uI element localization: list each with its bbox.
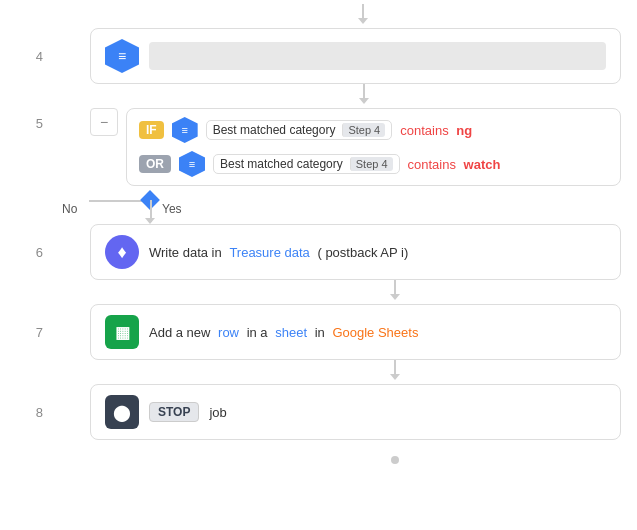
no-label: No bbox=[62, 202, 77, 216]
step6-text-before: Write data in bbox=[149, 245, 222, 260]
step7-text2: in a bbox=[247, 325, 268, 340]
step7-link3[interactable]: Google Sheets bbox=[332, 325, 418, 340]
cond1-step-tag: Step 4 bbox=[342, 123, 385, 137]
step4-number: 4 bbox=[0, 49, 55, 64]
arrow-head bbox=[359, 98, 369, 104]
step6-content: ♦ Write data in Treasure data ( postback… bbox=[90, 224, 637, 280]
step4-gray-bar bbox=[149, 42, 606, 70]
flow-wrapper: 4 ≡ 5 bbox=[0, 4, 637, 464]
step6-box[interactable]: ♦ Write data in Treasure data ( postback… bbox=[90, 224, 621, 280]
step5-num-label: 5 bbox=[36, 116, 43, 131]
step8-content: ⬤ STOP job bbox=[90, 384, 637, 440]
condition-if-row: IF ≡ Best matched category Step 4 contai… bbox=[139, 117, 608, 143]
cond2-contains-word: contains bbox=[408, 157, 456, 172]
yes-no-branch: Yes No bbox=[88, 186, 637, 222]
cond2-step-tag: Step 4 bbox=[350, 157, 393, 171]
step4-row: 4 ≡ bbox=[0, 28, 637, 84]
arrow-7-8 bbox=[152, 360, 637, 382]
cond2-icon: ≡ bbox=[179, 151, 205, 177]
top-arrow-4 bbox=[88, 4, 637, 26]
cond2-icon-sym: ≡ bbox=[189, 158, 195, 170]
step8-row: 8 ⬤ STOP job bbox=[0, 384, 637, 440]
cond2-contains: contains watch bbox=[408, 157, 501, 172]
step7-row: 7 ▦ Add a new row in a sheet in Google S… bbox=[0, 304, 637, 360]
step7-link1[interactable]: row bbox=[218, 325, 239, 340]
yes-label: Yes bbox=[162, 202, 182, 216]
arrow-4-5 bbox=[90, 84, 637, 106]
step7-box[interactable]: ▦ Add a new row in a sheet in Google She… bbox=[90, 304, 621, 360]
step5-row: 5 − IF ≡ bbox=[0, 108, 637, 186]
arrow-line-6-7 bbox=[394, 280, 396, 294]
cond1-pill: Best matched category Step 4 bbox=[206, 120, 393, 140]
step6-row: 6 ♦ Write data in Treasure data ( postba… bbox=[0, 224, 637, 280]
step6-icon: ♦ bbox=[105, 235, 139, 269]
arrow-6-7 bbox=[152, 280, 637, 302]
step5-collapse-btn[interactable]: − bbox=[90, 108, 118, 136]
step8-icon: ⬤ bbox=[105, 395, 139, 429]
condition-or-row: OR ≡ Best matched category Step 4 contai… bbox=[139, 151, 608, 177]
step8-box[interactable]: ⬤ STOP job bbox=[90, 384, 621, 440]
bottom-circle bbox=[391, 456, 399, 464]
step4-icon: ≡ bbox=[105, 39, 139, 73]
step5-wrapper: − IF ≡ Best matched category bbox=[90, 108, 621, 186]
step7-number: 7 bbox=[0, 325, 55, 340]
cond1-contains-word: contains bbox=[400, 123, 448, 138]
top-arrow-head bbox=[358, 18, 368, 24]
badge-or: OR bbox=[139, 155, 171, 173]
cond2-category: Best matched category bbox=[220, 157, 343, 171]
cond2-value: watch bbox=[464, 157, 501, 172]
step7-icon: ▦ bbox=[105, 315, 139, 349]
stop-badge: STOP bbox=[149, 402, 199, 422]
step6-text: Write data in Treasure data ( postback A… bbox=[149, 245, 408, 260]
step6-link1[interactable]: Treasure data bbox=[229, 245, 309, 260]
step5-content: − IF ≡ Best matched category bbox=[90, 108, 637, 186]
step7-content: ▦ Add a new row in a sheet in Google She… bbox=[90, 304, 637, 360]
step4-box[interactable]: ≡ bbox=[90, 28, 621, 84]
step4-icon-symbol: ≡ bbox=[118, 48, 126, 64]
arrow-line bbox=[363, 84, 365, 98]
arrow-yes bbox=[145, 218, 155, 224]
step7-text1: Add a new bbox=[149, 325, 210, 340]
sheets-icon-sym: ▦ bbox=[115, 323, 130, 342]
cond1-contains: contains ng bbox=[400, 123, 472, 138]
step6-number: 6 bbox=[0, 245, 55, 260]
step7-text3: in bbox=[315, 325, 325, 340]
flow-container: 4 ≡ 5 bbox=[0, 0, 637, 530]
cond1-value: ng bbox=[456, 123, 472, 138]
collapse-symbol: − bbox=[100, 114, 108, 130]
step4-content: ≡ bbox=[90, 28, 637, 84]
top-arrow-line bbox=[362, 4, 364, 18]
arrow-line-7-8 bbox=[394, 360, 396, 374]
stop-icon-sym: ⬤ bbox=[113, 403, 131, 422]
step5-number: 5 bbox=[0, 108, 55, 131]
bottom-connector bbox=[152, 456, 637, 464]
condition-block: IF ≡ Best matched category Step 4 contai… bbox=[126, 108, 621, 186]
step8-number: 8 bbox=[0, 405, 55, 420]
cond2-pill: Best matched category Step 4 bbox=[213, 154, 400, 174]
step7-link2[interactable]: sheet bbox=[275, 325, 307, 340]
cond1-category: Best matched category bbox=[213, 123, 336, 137]
cond1-icon-sym: ≡ bbox=[181, 124, 187, 136]
step8-text: job bbox=[209, 405, 226, 420]
step5-conditions: IF ≡ Best matched category Step 4 contai… bbox=[126, 108, 621, 186]
cond1-icon: ≡ bbox=[172, 117, 198, 143]
treasure-icon-sym: ♦ bbox=[117, 242, 126, 263]
arrow-head-7-8 bbox=[390, 374, 400, 380]
badge-if: IF bbox=[139, 121, 164, 139]
step6-text-middle: ( postback AP i) bbox=[317, 245, 408, 260]
step7-text: Add a new row in a sheet in Google Sheet… bbox=[149, 325, 418, 340]
arrow-head-6-7 bbox=[390, 294, 400, 300]
